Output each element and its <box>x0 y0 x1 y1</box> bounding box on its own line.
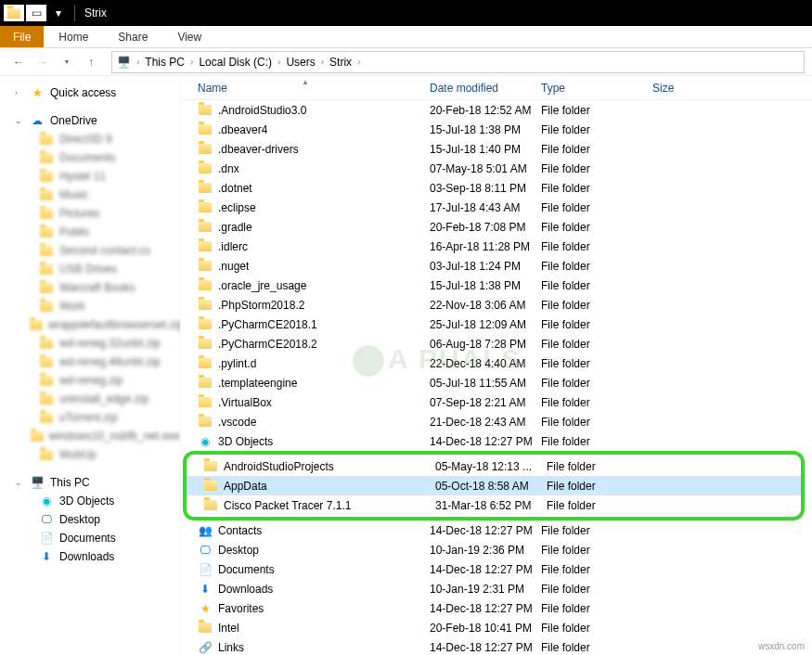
file-row[interactable]: 📄Documents14-Dec-18 12:27 PMFile folder <box>181 559 812 579</box>
nav-this-pc[interactable]: ⌄ 🖥️ This PC <box>9 473 180 492</box>
file-row[interactable]: ⬇Downloads10-Jan-19 2:31 PMFile folder <box>181 579 812 598</box>
nav-blurred-item[interactable]: Public <box>9 223 180 241</box>
file-row[interactable]: .oracle_jre_usage15-Jul-18 1:38 PMFile f… <box>181 276 812 295</box>
nav-blurred-item[interactable]: Pictures <box>9 204 180 223</box>
expand-icon[interactable]: › <box>15 88 24 97</box>
file-name: .templateengine <box>218 377 430 390</box>
tab-view[interactable]: View <box>162 26 216 47</box>
header-date[interactable]: Date modified <box>430 82 541 95</box>
back-button[interactable]: ← <box>7 51 30 73</box>
folder-icon <box>198 142 213 157</box>
file-list: Name ▲ Date modified Type Size .AndroidS… <box>181 76 812 655</box>
nav-documents[interactable]: 📄Documents <box>9 529 180 547</box>
file-row[interactable]: ★Favorites14-Dec-18 12:27 PMFile folder <box>181 598 812 618</box>
chevron-icon[interactable]: › <box>276 57 282 67</box>
qat-properties-icon[interactable]: ▭ <box>26 5 46 21</box>
header-name[interactable]: Name <box>198 82 430 95</box>
file-name: Downloads <box>218 583 430 596</box>
crumb-strix[interactable]: Strix <box>326 56 355 69</box>
file-row[interactable]: .PyCharmCE2018.125-Jul-18 12:09 AMFile f… <box>181 315 812 334</box>
nav-blurred-item[interactable]: Hystel 11 <box>9 167 180 186</box>
nav-downloads[interactable]: ⬇Downloads <box>9 547 180 566</box>
file-date: 15-Jul-18 1:38 PM <box>430 279 541 292</box>
nav-onedrive[interactable]: ⌄ ☁ OneDrive <box>9 111 180 130</box>
nav-blurred-item[interactable]: windows10_nsbfb_net.exe <box>9 427 180 445</box>
collapse-icon[interactable]: ⌄ <box>15 116 24 125</box>
file-row[interactable]: .idlerc16-Apr-18 11:28 PMFile folder <box>181 237 812 256</box>
file-row[interactable]: .dbeaver-drivers15-Jul-18 1:40 PMFile fo… <box>181 139 812 159</box>
qat-folder-icon[interactable] <box>4 5 24 21</box>
chevron-icon[interactable]: › <box>319 57 326 67</box>
nav-blurred-item[interactable]: wd-reneg.32unbt.zip <box>9 334 180 353</box>
nav-blurred-item[interactable]: uninstall_edge.zip <box>9 390 180 408</box>
nav-blurred-item[interactable]: USB Drives <box>9 260 180 278</box>
file-row[interactable]: .AndroidStudio3.020-Feb-18 12:52 AMFile … <box>181 100 812 120</box>
file-row[interactable]: .templateengine05-Jul-18 11:55 AMFile fo… <box>181 373 812 392</box>
folder-icon <box>39 447 54 462</box>
nav-blurred-item[interactable]: Warcraft Books <box>9 278 180 297</box>
nav-blurred-item[interactable]: wd-reneg.zip <box>9 371 180 390</box>
crumb-this-pc[interactable]: This PC <box>141 56 188 69</box>
tab-share[interactable]: Share <box>103 26 162 47</box>
file-row[interactable]: AndroidStudioProjects05-May-18 12:13 ...… <box>187 456 801 476</box>
chevron-icon[interactable]: › <box>355 57 362 67</box>
chevron-icon[interactable]: › <box>188 57 195 67</box>
folder-icon <box>39 262 54 276</box>
forward-button[interactable]: → <box>32 51 54 73</box>
nav-blurred-item[interactable]: Direct3D 9 <box>9 130 180 148</box>
cloud-icon: ☁ <box>30 113 45 128</box>
file-row[interactable]: 🖵Desktop10-Jan-19 2:36 PMFile folder <box>181 540 812 559</box>
file-type: File folder <box>541 396 652 409</box>
chevron-icon[interactable]: › <box>135 57 141 67</box>
nav-blurred-item[interactable]: Work <box>9 297 180 315</box>
file-row[interactable]: Cisco Packet Tracer 7.1.131-Mar-18 6:52 … <box>187 495 801 515</box>
file-name: Intel <box>218 622 430 635</box>
nav-blurred-item[interactable]: Documents <box>9 148 180 167</box>
nav-blurred-item[interactable]: WubUp <box>9 445 180 464</box>
breadcrumb[interactable]: 🖥️ › This PC › Local Disk (C:) › Users ›… <box>111 51 805 73</box>
file-row[interactable]: Intel20-Feb-18 10:41 PMFile folder <box>181 618 812 637</box>
qat-dropdown-icon[interactable]: ▾ <box>48 5 69 21</box>
file-row[interactable]: .gradle20-Feb-18 7:08 PMFile folder <box>181 217 812 237</box>
file-row[interactable]: .dbeaver415-Jul-18 1:38 PMFile folder <box>181 120 812 139</box>
file-date: 10-Jan-19 2:31 PM <box>430 583 541 596</box>
nav-blurred-item[interactable]: wd-reneg.48unbt.zip <box>9 353 180 371</box>
file-date: 14-Dec-18 12:27 PM <box>430 563 541 576</box>
file-row[interactable]: .VirtualBox07-Sep-18 2:21 AMFile folder <box>181 392 812 412</box>
file-row[interactable]: 🔗Links14-Dec-18 12:27 PMFile folder <box>181 637 812 655</box>
file-date: 21-Dec-18 2:43 AM <box>430 416 541 429</box>
file-row[interactable]: .eclipse17-Jul-18 4:43 AMFile folder <box>181 198 812 217</box>
file-tab[interactable]: File <box>0 26 44 47</box>
nav-blurred-item[interactable]: wrappdefaultbrowserset.zip <box>9 315 180 334</box>
file-row[interactable]: .PyCharmCE2018.206-Aug-18 7:28 PMFile fo… <box>181 334 812 353</box>
file-row[interactable]: .dnx07-May-18 5:01 AMFile folder <box>181 159 812 178</box>
file-type: File folder <box>547 460 658 473</box>
file-row[interactable]: AppData05-Oct-18 8:58 AMFile folder <box>187 476 801 495</box>
tab-home[interactable]: Home <box>44 26 103 47</box>
file-row[interactable]: .vscode21-Dec-18 2:43 AMFile folder <box>181 412 812 431</box>
header-type[interactable]: Type <box>541 82 652 95</box>
file-row[interactable]: .PhpStorm2018.222-Nov-18 3:06 AMFile fol… <box>181 295 812 315</box>
recent-dropdown[interactable]: ▾ <box>56 51 78 73</box>
crumb-disk[interactable]: Local Disk (C:) <box>195 56 276 69</box>
file-date: 20-Feb-18 7:08 PM <box>430 221 541 234</box>
collapse-icon[interactable]: ⌄ <box>15 478 24 487</box>
up-button[interactable]: ↑ <box>80 51 102 73</box>
file-row[interactable]: .nuget03-Jul-18 1:24 PMFile folder <box>181 256 812 276</box>
file-row[interactable]: .pylint.d22-Dec-18 4:40 AMFile folder <box>181 353 812 373</box>
nav-blurred-item[interactable]: Music <box>9 186 180 204</box>
nav-quick-access[interactable]: › ★ Quick access <box>9 83 180 102</box>
folder-icon <box>39 206 54 221</box>
nav-blurred-item[interactable]: uTorrent.zip <box>9 408 180 427</box>
file-type: File folder <box>541 143 652 156</box>
nav-desktop[interactable]: 🖵Desktop <box>9 510 180 529</box>
nav-blurred-item[interactable]: Second contact.cs <box>9 241 180 260</box>
crumb-users[interactable]: Users <box>282 56 318 69</box>
file-type: File folder <box>541 544 652 557</box>
file-row[interactable]: 👥Contacts14-Dec-18 12:27 PMFile folder <box>181 520 812 540</box>
folder-icon <box>198 122 213 137</box>
file-row[interactable]: .dotnet03-Sep-18 8:11 PMFile folder <box>181 178 812 198</box>
nav-3d-objects[interactable]: ◉3D Objects <box>9 492 180 510</box>
file-row[interactable]: ◉3D Objects14-Dec-18 12:27 PMFile folder <box>181 431 812 451</box>
header-size[interactable]: Size <box>652 82 727 95</box>
